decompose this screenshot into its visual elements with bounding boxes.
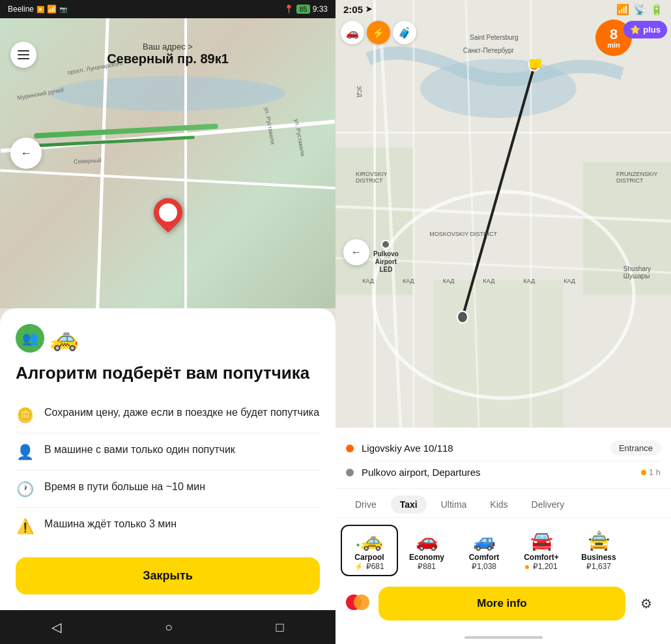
navigate-icon: ➤ bbox=[365, 5, 372, 14]
tab-taxi[interactable]: Taxi bbox=[391, 495, 427, 514]
nav-recent[interactable]: □ bbox=[276, 620, 284, 635]
battery-icon: 🔋 bbox=[650, 3, 663, 16]
people-icon: 👥 bbox=[16, 324, 44, 353]
time-dot bbox=[641, 470, 646, 475]
map-right: 2:05 ➤ 📶 📡 🔋 8 min ⭐ plus bbox=[336, 0, 671, 428]
mc-circle-yellow bbox=[354, 594, 369, 610]
route-svg bbox=[336, 0, 671, 428]
feature-item-1: 🪙 Сохраним цену, даже если в поездке не … bbox=[16, 396, 320, 433]
car-mode-icon[interactable]: 🚗 bbox=[341, 21, 364, 44]
ride-option-carpool[interactable]: ●🚕 Carpool ⚡ ₽681 bbox=[341, 525, 398, 576]
carpool-car-icon: ●🚕 bbox=[345, 530, 394, 551]
address-bar: Ваш адрес > Северный пр. 89к1 bbox=[0, 42, 336, 66]
location-icon: 📍 bbox=[284, 5, 294, 14]
more-info-button[interactable]: More info bbox=[378, 587, 625, 621]
business-name: Business bbox=[574, 553, 623, 562]
sheet-title: Алгоритм подберёт вам попутчика bbox=[16, 363, 320, 383]
back-button-left[interactable]: ← bbox=[10, 138, 42, 169]
feature-text-2: В машине с вами только один попутчик bbox=[44, 443, 235, 457]
map-left: просп. Луначарского ул. Руставели ул. Ру… bbox=[0, 18, 336, 308]
bottom-sheet: 👥 🚕 Алгоритм подберёт вам попутчика 🪙 Со… bbox=[0, 308, 336, 610]
eta-unit: min bbox=[607, 42, 620, 49]
comfort-plus-name: Comfort+ bbox=[517, 553, 566, 562]
route-point-from: Ligovskiy Ave 10/118 Entrance bbox=[346, 435, 661, 461]
comfort-name: Comfort bbox=[459, 553, 509, 562]
to-address: Pulkovo airport, Departures bbox=[362, 467, 633, 478]
video-icon: ▶️ bbox=[36, 6, 44, 13]
sheet-icons: 👥 🚕 bbox=[16, 324, 320, 353]
signal-icons: 📶 📡 🔋 bbox=[616, 3, 663, 16]
close-button[interactable]: Закрыть bbox=[16, 557, 320, 594]
ride-option-business[interactable]: 🚖 Business ₽1,637 bbox=[570, 525, 627, 576]
status-bar-left: Beeline ▶️ 📶 📷 📍 85 9:33 bbox=[0, 0, 336, 18]
street-label-4: Северный bbox=[74, 156, 102, 164]
route-info: Ligovskiy Ave 10/118 Entrance Pulkovo ai… bbox=[336, 428, 671, 489]
pin-circle bbox=[147, 192, 188, 233]
feature-list: 🪙 Сохраним цену, даже если в поездке не … bbox=[16, 396, 320, 544]
time-display: 2:05 bbox=[343, 4, 363, 15]
plus-label: plus bbox=[643, 25, 661, 35]
signal-bars: 📶 bbox=[616, 3, 629, 16]
comfort-plus-price: ₽1,201 bbox=[517, 562, 566, 571]
nav-home[interactable]: ○ bbox=[165, 620, 173, 635]
charger-icon[interactable]: ⚡ bbox=[367, 21, 390, 44]
airport-name: PulkovoAirportLED bbox=[373, 250, 399, 274]
time-value: 1 h bbox=[649, 467, 661, 477]
payment-icon[interactable] bbox=[346, 594, 372, 613]
comfort-car-icon: 🚙 bbox=[459, 530, 509, 551]
route-point-to: Pulkovo airport, Departures 1 h bbox=[346, 461, 661, 483]
back-arrow-right: ← bbox=[351, 246, 362, 258]
action-bar: More info ⚙ bbox=[336, 581, 671, 631]
ride-option-comfort[interactable]: 🚙 Comfort ₽1,038 bbox=[455, 525, 513, 576]
carpool-name: Carpool bbox=[345, 553, 394, 562]
home-bar bbox=[464, 636, 543, 639]
feature-text-1: Сохраним цену, даже если в поездке не бу… bbox=[44, 405, 319, 420]
airport-dot bbox=[381, 240, 390, 249]
ride-option-comfort-plus[interactable]: 🚘 Comfort+ ₽1,201 bbox=[513, 525, 570, 576]
eta-number: 8 bbox=[610, 27, 618, 42]
menu-line-1 bbox=[18, 50, 29, 51]
svg-rect-3 bbox=[583, 162, 671, 295]
ride-option-economy[interactable]: 🚗 Economy ₽881 bbox=[398, 525, 455, 576]
feature-icon-2: 👤 bbox=[16, 444, 34, 461]
menu-button[interactable] bbox=[10, 42, 36, 68]
right-panel: 2:05 ➤ 📶 📡 🔋 8 min ⭐ plus bbox=[336, 0, 671, 644]
booking-panel: Ligovskiy Ave 10/118 Entrance Pulkovo ai… bbox=[336, 428, 671, 644]
feature-icon-4: ⚠️ bbox=[16, 518, 34, 535]
nav-back[interactable]: ◁ bbox=[51, 619, 61, 635]
plus-badge[interactable]: ⭐ plus bbox=[623, 21, 667, 38]
bag-icon[interactable]: 🧳 bbox=[393, 21, 416, 44]
feature-text-4: Машина ждёт только 3 мин bbox=[44, 517, 177, 531]
battery-label: 85 bbox=[296, 5, 309, 14]
time-badge: 1 h bbox=[641, 467, 661, 477]
economy-name: Economy bbox=[402, 553, 451, 562]
economy-price: ₽881 bbox=[402, 562, 451, 571]
comfort-plus-dot bbox=[525, 565, 529, 569]
menu-line-3 bbox=[18, 58, 29, 59]
status-right-left: 📍 85 9:33 bbox=[284, 5, 328, 14]
sim-icon: 📷 bbox=[59, 6, 67, 13]
carrier-label: Beeline bbox=[8, 5, 34, 14]
pin-inner bbox=[155, 199, 181, 226]
back-button-right[interactable]: ← bbox=[343, 239, 369, 265]
map-right-background: 2:05 ➤ 📶 📡 🔋 8 min ⭐ plus bbox=[336, 0, 671, 428]
status-time-right: 2:05 ➤ bbox=[343, 4, 372, 15]
status-carrier: Beeline ▶️ 📶 📷 bbox=[8, 5, 67, 14]
tab-delivery[interactable]: Delivery bbox=[522, 495, 574, 514]
time-left: 9:33 bbox=[313, 5, 328, 14]
tab-drive[interactable]: Drive bbox=[346, 495, 386, 514]
car-icon: 🚕 bbox=[50, 325, 79, 352]
left-panel: Beeline ▶️ 📶 📷 📍 85 9:33 просп. Луначарс… bbox=[0, 0, 336, 644]
tab-ultima[interactable]: Ultima bbox=[432, 495, 476, 514]
location-pin bbox=[154, 198, 182, 227]
tab-kids[interactable]: Kids bbox=[481, 495, 517, 514]
from-dot bbox=[346, 445, 354, 452]
svg-rect-4 bbox=[433, 280, 564, 428]
business-car-icon: 🚖 bbox=[574, 530, 623, 551]
service-tabs: Drive Taxi Ultima Kids Delivery bbox=[336, 489, 671, 518]
entrance-badge[interactable]: Entrance bbox=[611, 441, 661, 456]
filter-icon: ⚙ bbox=[640, 596, 652, 611]
wifi-icon: 📡 bbox=[633, 3, 646, 16]
feature-icon-1: 🪙 bbox=[16, 407, 34, 424]
filter-button[interactable]: ⚙ bbox=[632, 589, 661, 618]
